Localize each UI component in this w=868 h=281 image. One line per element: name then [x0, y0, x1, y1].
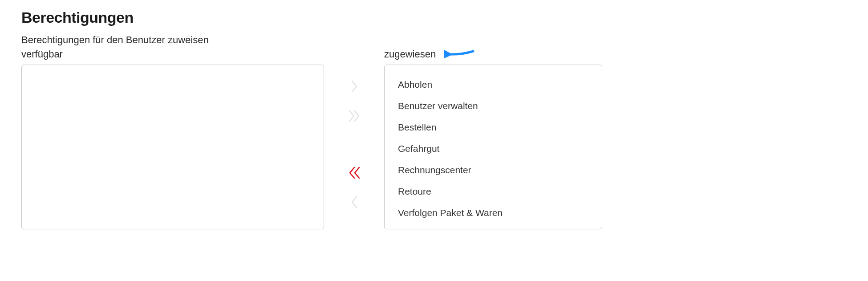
dual-listbox: AbholenBenutzer verwaltenBestellenGefahr… [21, 65, 847, 229]
unassign-all-button[interactable] [345, 163, 364, 183]
list-item[interactable]: Bestellen [385, 117, 602, 138]
list-item[interactable]: Retoure [385, 181, 602, 202]
list-item[interactable]: Abholen [385, 74, 602, 95]
section-description: Berechtigungen für den Benutzer zuweisen [21, 34, 847, 46]
chevron-double-left-icon [348, 166, 361, 181]
assign-all-button[interactable] [345, 106, 364, 126]
annotation-arrow-icon [444, 48, 475, 61]
assign-one-button[interactable] [345, 77, 364, 97]
available-listbox[interactable] [21, 65, 324, 229]
assigned-listbox[interactable]: AbholenBenutzer verwaltenBestellenGefahr… [384, 65, 602, 229]
transfer-controls [324, 65, 384, 212]
list-item[interactable]: Rechnungscenter [385, 159, 602, 181]
available-label: verfügbar [21, 49, 324, 60]
chevron-left-icon [351, 195, 358, 210]
list-item[interactable]: Verfolgen Paket & Waren [385, 202, 602, 224]
list-item[interactable]: Gefahrgut [385, 138, 602, 159]
section-heading: Berechtigungen [21, 9, 847, 26]
chevron-right-icon [351, 80, 358, 94]
list-item[interactable]: Benutzer verwalten [385, 95, 602, 117]
chevron-double-right-icon [348, 109, 361, 124]
assigned-label: zugewiesen [384, 49, 436, 60]
unassign-one-button[interactable] [345, 193, 364, 212]
list-labels-row: verfügbar zugewiesen [21, 48, 847, 61]
